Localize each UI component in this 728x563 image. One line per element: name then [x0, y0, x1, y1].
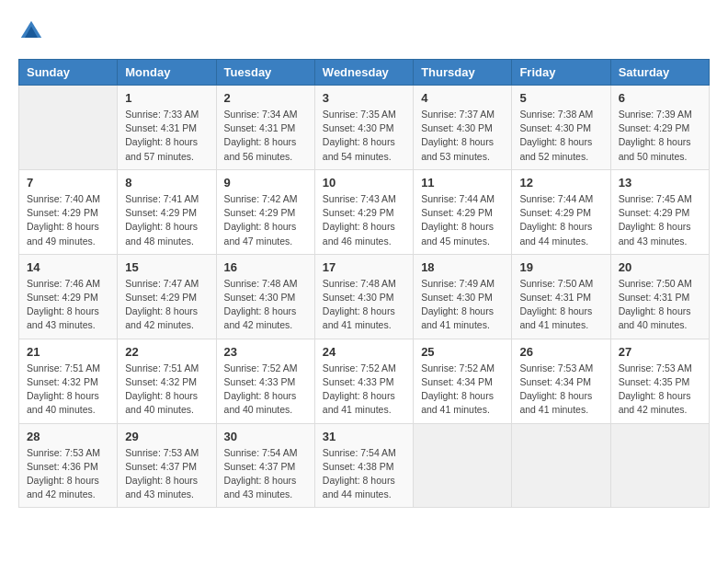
- day-number: 19: [519, 260, 602, 274]
- calendar-cell: 4Sunrise: 7:37 AMSunset: 4:30 PMDaylight…: [414, 86, 512, 170]
- day-info: Sunrise: 7:47 AMSunset: 4:29 PMDaylight:…: [125, 277, 208, 333]
- calendar-cell: 6Sunrise: 7:39 AMSunset: 4:29 PMDaylight…: [610, 86, 709, 170]
- day-info: Sunrise: 7:52 AMSunset: 4:33 PMDaylight:…: [224, 362, 307, 418]
- day-number: 12: [519, 176, 602, 190]
- day-info: Sunrise: 7:53 AMSunset: 4:34 PMDaylight:…: [519, 362, 602, 418]
- calendar-cell: 5Sunrise: 7:38 AMSunset: 4:30 PMDaylight…: [512, 86, 610, 170]
- day-header-saturday: Saturday: [610, 60, 709, 86]
- day-number: 24: [323, 345, 405, 359]
- calendar-cell: 26Sunrise: 7:53 AMSunset: 4:34 PMDayligh…: [512, 339, 610, 423]
- calendar-cell: 2Sunrise: 7:34 AMSunset: 4:31 PMDaylight…: [216, 86, 314, 170]
- calendar-week-row: 21Sunrise: 7:51 AMSunset: 4:32 PMDayligh…: [19, 339, 710, 423]
- day-number: 1: [125, 91, 208, 105]
- calendar-cell: 24Sunrise: 7:52 AMSunset: 4:33 PMDayligh…: [314, 339, 413, 423]
- calendar-cell: 30Sunrise: 7:54 AMSunset: 4:37 PMDayligh…: [216, 423, 314, 508]
- day-number: 30: [224, 430, 307, 443]
- day-info: Sunrise: 7:53 AMSunset: 4:36 PMDaylight:…: [27, 446, 109, 502]
- calendar-cell: 25Sunrise: 7:52 AMSunset: 4:34 PMDayligh…: [414, 339, 512, 423]
- calendar-cell: 8Sunrise: 7:41 AMSunset: 4:29 PMDaylight…: [118, 169, 216, 254]
- day-info: Sunrise: 7:44 AMSunset: 4:29 PMDaylight:…: [421, 192, 504, 248]
- calendar-cell: 29Sunrise: 7:53 AMSunset: 4:37 PMDayligh…: [118, 423, 216, 508]
- day-number: 8: [125, 176, 208, 190]
- day-info: Sunrise: 7:34 AMSunset: 4:31 PMDaylight:…: [224, 108, 307, 164]
- calendar-week-row: 28Sunrise: 7:53 AMSunset: 4:36 PMDayligh…: [19, 423, 710, 508]
- day-info: Sunrise: 7:40 AMSunset: 4:29 PMDaylight:…: [27, 192, 109, 248]
- day-info: Sunrise: 7:53 AMSunset: 4:35 PMDaylight:…: [619, 362, 701, 418]
- calendar-cell: [19, 86, 118, 170]
- day-number: 25: [421, 345, 504, 359]
- day-info: Sunrise: 7:49 AMSunset: 4:30 PMDaylight:…: [421, 277, 504, 333]
- calendar-cell: 12Sunrise: 7:44 AMSunset: 4:29 PMDayligh…: [512, 169, 610, 254]
- day-info: Sunrise: 7:37 AMSunset: 4:30 PMDaylight:…: [421, 108, 504, 164]
- calendar-cell: 9Sunrise: 7:42 AMSunset: 4:29 PMDaylight…: [216, 169, 314, 254]
- calendar-cell: [610, 423, 709, 508]
- day-header-monday: Monday: [118, 60, 216, 86]
- calendar-cell: 27Sunrise: 7:53 AMSunset: 4:35 PMDayligh…: [610, 339, 709, 423]
- calendar-week-row: 14Sunrise: 7:46 AMSunset: 4:29 PMDayligh…: [19, 254, 710, 339]
- calendar-cell: 15Sunrise: 7:47 AMSunset: 4:29 PMDayligh…: [118, 254, 216, 339]
- calendar-week-row: 7Sunrise: 7:40 AMSunset: 4:29 PMDaylight…: [19, 169, 710, 254]
- calendar-cell: 31Sunrise: 7:54 AMSunset: 4:38 PMDayligh…: [314, 423, 413, 508]
- day-number: 27: [619, 345, 701, 359]
- day-number: 10: [323, 176, 405, 190]
- day-number: 31: [323, 430, 405, 443]
- calendar-cell: 7Sunrise: 7:40 AMSunset: 4:29 PMDaylight…: [19, 169, 118, 254]
- calendar-cell: 21Sunrise: 7:51 AMSunset: 4:32 PMDayligh…: [19, 339, 118, 423]
- day-info: Sunrise: 7:48 AMSunset: 4:30 PMDaylight:…: [323, 277, 405, 333]
- calendar-cell: 3Sunrise: 7:35 AMSunset: 4:30 PMDaylight…: [314, 86, 413, 170]
- calendar-cell: 16Sunrise: 7:48 AMSunset: 4:30 PMDayligh…: [216, 254, 314, 339]
- day-info: Sunrise: 7:42 AMSunset: 4:29 PMDaylight:…: [224, 192, 307, 248]
- logo-icon: [18, 18, 44, 44]
- day-number: 17: [323, 260, 405, 274]
- day-number: 13: [619, 176, 701, 190]
- day-header-tuesday: Tuesday: [216, 60, 314, 86]
- calendar-cell: 10Sunrise: 7:43 AMSunset: 4:29 PMDayligh…: [314, 169, 413, 254]
- day-number: 6: [619, 91, 701, 105]
- day-number: 14: [27, 260, 109, 274]
- day-info: Sunrise: 7:50 AMSunset: 4:31 PMDaylight:…: [519, 277, 602, 333]
- day-info: Sunrise: 7:54 AMSunset: 4:37 PMDaylight:…: [224, 446, 307, 502]
- day-info: Sunrise: 7:52 AMSunset: 4:33 PMDaylight:…: [323, 362, 405, 418]
- day-info: Sunrise: 7:54 AMSunset: 4:38 PMDaylight:…: [323, 446, 405, 502]
- day-number: 9: [224, 176, 307, 190]
- day-number: 20: [619, 260, 701, 274]
- calendar-header-row: SundayMondayTuesdayWednesdayThursdayFrid…: [19, 60, 710, 86]
- calendar-cell: 22Sunrise: 7:51 AMSunset: 4:32 PMDayligh…: [118, 339, 216, 423]
- day-number: 29: [125, 430, 208, 443]
- day-number: 18: [421, 260, 504, 274]
- day-info: Sunrise: 7:35 AMSunset: 4:30 PMDaylight:…: [323, 108, 405, 164]
- day-number: 21: [27, 345, 109, 359]
- day-info: Sunrise: 7:41 AMSunset: 4:29 PMDaylight:…: [125, 192, 208, 248]
- day-info: Sunrise: 7:44 AMSunset: 4:29 PMDaylight:…: [519, 192, 602, 248]
- day-number: 3: [323, 91, 405, 105]
- day-header-sunday: Sunday: [19, 60, 118, 86]
- day-number: 5: [519, 91, 602, 105]
- day-header-friday: Friday: [512, 60, 610, 86]
- day-info: Sunrise: 7:50 AMSunset: 4:31 PMDaylight:…: [619, 277, 701, 333]
- day-number: 4: [421, 91, 504, 105]
- day-header-thursday: Thursday: [414, 60, 512, 86]
- day-header-wednesday: Wednesday: [314, 60, 413, 86]
- day-info: Sunrise: 7:53 AMSunset: 4:37 PMDaylight:…: [125, 446, 208, 502]
- logo: [18, 18, 48, 44]
- day-info: Sunrise: 7:43 AMSunset: 4:29 PMDaylight:…: [323, 192, 405, 248]
- day-number: 2: [224, 91, 307, 105]
- calendar-cell: 20Sunrise: 7:50 AMSunset: 4:31 PMDayligh…: [610, 254, 709, 339]
- calendar-cell: 18Sunrise: 7:49 AMSunset: 4:30 PMDayligh…: [414, 254, 512, 339]
- calendar-table: SundayMondayTuesdayWednesdayThursdayFrid…: [18, 59, 710, 508]
- calendar-cell: 17Sunrise: 7:48 AMSunset: 4:30 PMDayligh…: [314, 254, 413, 339]
- day-number: 16: [224, 260, 307, 274]
- day-info: Sunrise: 7:38 AMSunset: 4:30 PMDaylight:…: [519, 108, 602, 164]
- day-info: Sunrise: 7:39 AMSunset: 4:29 PMDaylight:…: [619, 108, 701, 164]
- day-number: 15: [125, 260, 208, 274]
- day-number: 26: [519, 345, 602, 359]
- day-info: Sunrise: 7:45 AMSunset: 4:29 PMDaylight:…: [619, 192, 701, 248]
- day-info: Sunrise: 7:52 AMSunset: 4:34 PMDaylight:…: [421, 362, 504, 418]
- calendar-cell: 19Sunrise: 7:50 AMSunset: 4:31 PMDayligh…: [512, 254, 610, 339]
- day-info: Sunrise: 7:51 AMSunset: 4:32 PMDaylight:…: [125, 362, 208, 418]
- calendar-week-row: 1Sunrise: 7:33 AMSunset: 4:31 PMDaylight…: [19, 86, 710, 170]
- page-header: [18, 18, 710, 44]
- day-number: 22: [125, 345, 208, 359]
- calendar-cell: [414, 423, 512, 508]
- calendar-cell: 13Sunrise: 7:45 AMSunset: 4:29 PMDayligh…: [610, 169, 709, 254]
